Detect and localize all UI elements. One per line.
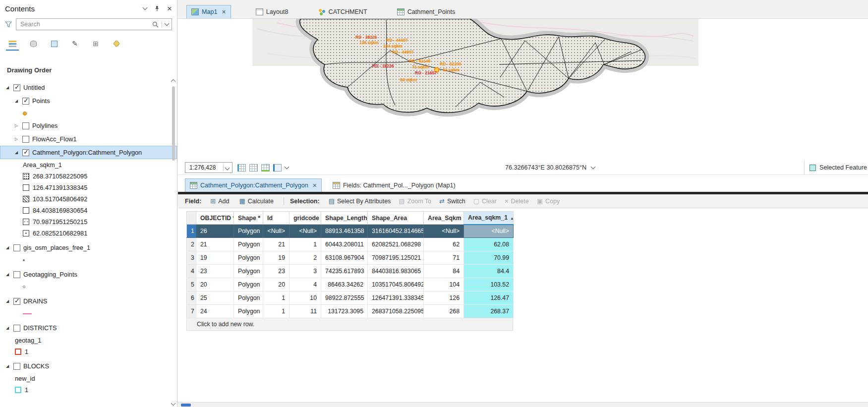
table-corner-cell[interactable] bbox=[187, 212, 196, 225]
table-row[interactable]: 7 24 Polygon 1 11 131723.3095 268371058.… bbox=[187, 305, 514, 318]
tree-row[interactable]: ◢ DRAINS bbox=[0, 294, 177, 308]
snapping-toggle-icon[interactable] bbox=[237, 164, 246, 172]
cell-area-sqkm[interactable]: 71 bbox=[424, 251, 464, 265]
row-number[interactable]: 4 bbox=[187, 265, 196, 278]
split-view-icon[interactable] bbox=[273, 164, 282, 172]
cell-shape-area[interactable]: 103517045.806492 bbox=[368, 278, 424, 291]
tree-row[interactable]: 62.0825210682981 bbox=[0, 228, 177, 239]
search-icon[interactable] bbox=[152, 21, 159, 28]
row-number[interactable]: 2 bbox=[187, 238, 196, 251]
layer-checkbox[interactable] bbox=[22, 98, 29, 105]
column-header-id[interactable]: Id bbox=[263, 212, 289, 225]
cell-gridcode[interactable]: 1 bbox=[289, 238, 321, 251]
statusbar-dropdown-icon[interactable] bbox=[285, 165, 289, 170]
cell-objectid[interactable]: 25 bbox=[196, 291, 234, 305]
cell-shape[interactable]: Polygon bbox=[234, 305, 263, 318]
close-tab-icon[interactable] bbox=[222, 8, 226, 15]
cell-shape-length[interactable]: 60443.208011 bbox=[321, 238, 368, 251]
table-row[interactable]: 2 21 Polygon 21 1 60443.208011 62082521.… bbox=[187, 238, 514, 251]
row-number[interactable]: 7 bbox=[187, 305, 196, 318]
layer-checkbox[interactable] bbox=[13, 244, 20, 251]
expand-arrow-icon[interactable]: ◢ bbox=[6, 364, 13, 368]
layer-checkbox[interactable] bbox=[13, 325, 20, 332]
cell-area-sqkm-1[interactable]: 126.47 bbox=[464, 291, 514, 305]
cell-shape[interactable]: Polygon bbox=[234, 291, 263, 305]
layer-checkbox[interactable] bbox=[13, 271, 20, 278]
row-number[interactable]: 1 bbox=[187, 225, 196, 238]
tree-row[interactable]: geotag_1 bbox=[0, 335, 177, 346]
cell-area-sqkm[interactable]: 268 bbox=[424, 305, 464, 318]
coordinates-dropdown-icon[interactable] bbox=[591, 165, 596, 170]
cell-shape-length[interactable]: 88913.461358 bbox=[321, 225, 368, 238]
tab-cathment-points[interactable]: Cathment_Points bbox=[392, 5, 461, 18]
list-by-editing-button[interactable] bbox=[68, 38, 81, 51]
cell-id[interactable]: <Null> bbox=[263, 225, 289, 238]
tree-row[interactable]: ◢ Untitled bbox=[0, 81, 177, 94]
tree-row[interactable]: Area_sqkm_1 bbox=[0, 159, 177, 171]
cell-area-sqkm[interactable]: <Null> bbox=[424, 225, 464, 238]
column-header-objectid[interactable]: OBJECTID * bbox=[196, 212, 234, 225]
scrollbar-thumb[interactable] bbox=[181, 404, 191, 407]
tab-catchment[interactable]: CATCHMENT bbox=[313, 5, 372, 18]
tree-row[interactable]: ◢ DISTRICTS bbox=[0, 321, 177, 335]
cell-id[interactable]: 23 bbox=[263, 265, 289, 278]
close-tab-icon[interactable] bbox=[313, 182, 317, 189]
select-by-attributes-button[interactable]: Select By Attributes bbox=[325, 196, 395, 206]
scroll-down-icon[interactable] bbox=[171, 401, 176, 406]
tree-row[interactable] bbox=[0, 308, 177, 319]
layer-checkbox[interactable] bbox=[13, 363, 20, 370]
cell-objectid[interactable]: 24 bbox=[196, 305, 234, 318]
cell-area-sqkm-1[interactable]: 268.37 bbox=[464, 305, 514, 318]
tree-row[interactable]: 126.471391338345 bbox=[0, 182, 177, 193]
cell-shape[interactable]: Polygon bbox=[234, 265, 263, 278]
cell-objectid[interactable]: 26 bbox=[196, 225, 234, 238]
switch-selection-button[interactable]: Switch bbox=[435, 196, 469, 206]
scale-dropdown-icon[interactable] bbox=[225, 165, 230, 170]
cell-area-sqkm-1[interactable]: 103.52 bbox=[464, 278, 514, 291]
auto-refresh-icon[interactable] bbox=[261, 164, 270, 172]
tree-row[interactable]: 84.4038169830654 bbox=[0, 205, 177, 216]
tree-row[interactable]: 70.9871951250215 bbox=[0, 216, 177, 228]
cell-gridcode[interactable]: 11 bbox=[289, 305, 321, 318]
zoom-to-button[interactable]: Zoom To bbox=[395, 196, 435, 206]
expand-arrow-icon[interactable]: ◢ bbox=[15, 99, 22, 103]
tree-row[interactable]: 1 bbox=[0, 384, 177, 396]
tree-row[interactable] bbox=[0, 254, 177, 266]
cell-shape-length[interactable]: 86463.34262 bbox=[321, 278, 368, 291]
tree-row[interactable] bbox=[0, 281, 177, 292]
tree-row[interactable]: ◢ gis_osm_places_free_1 bbox=[0, 241, 177, 254]
row-number[interactable]: 5 bbox=[187, 278, 196, 291]
cell-id[interactable]: 1 bbox=[263, 291, 289, 305]
scroll-up-icon[interactable] bbox=[171, 79, 176, 84]
scale-combobox[interactable] bbox=[185, 162, 232, 173]
row-number[interactable]: 3 bbox=[187, 251, 196, 265]
expand-arrow-icon[interactable]: ▷ bbox=[15, 137, 22, 141]
cell-shape-length[interactable]: 98922.872555 bbox=[321, 291, 368, 305]
list-by-selection-button[interactable] bbox=[48, 38, 60, 51]
cell-shape-area[interactable]: 70987195.125021 bbox=[368, 251, 424, 265]
cell-shape-area[interactable]: 84403816.983065 bbox=[368, 265, 424, 278]
cell-gridcode[interactable]: 4 bbox=[289, 278, 321, 291]
cell-area-sqkm-1[interactable]: 84.4 bbox=[464, 265, 514, 278]
calculate-field-button[interactable]: Calculate bbox=[235, 196, 278, 206]
copy-button[interactable]: Copy bbox=[533, 196, 564, 206]
cell-shape-area[interactable]: 316160452.814665 bbox=[368, 225, 424, 238]
tree-row[interactable]: ▷ FlowAcc_Flow1 bbox=[0, 132, 177, 146]
table-row[interactable]: 6 25 Polygon 1 10 98922.872555 126471391… bbox=[187, 291, 514, 305]
cell-shape[interactable]: Polygon bbox=[234, 278, 263, 291]
cell-objectid[interactable]: 21 bbox=[196, 238, 234, 251]
cell-gridcode[interactable]: 3 bbox=[289, 265, 321, 278]
table-row[interactable]: 5 20 Polygon 20 4 86463.34262 103517045.… bbox=[187, 278, 514, 291]
tab-layout8[interactable]: Layout8 bbox=[251, 5, 293, 18]
expand-arrow-icon[interactable]: ◢ bbox=[6, 326, 13, 330]
table-row[interactable]: 1 26 Polygon <Null> <Null> 88913.461358 … bbox=[187, 225, 514, 238]
column-header-gridcode[interactable]: gridcode bbox=[289, 212, 321, 225]
cell-gridcode[interactable]: <Null> bbox=[289, 225, 321, 238]
tree-row[interactable]: new_id bbox=[0, 373, 177, 384]
cell-area-sqkm[interactable]: 84 bbox=[424, 265, 464, 278]
cell-area-sqkm[interactable]: 126 bbox=[424, 291, 464, 305]
list-by-drawing-order-button[interactable] bbox=[6, 38, 19, 51]
tree-row[interactable]: ◢ Points bbox=[0, 94, 177, 108]
expand-arrow-icon[interactable]: ◢ bbox=[6, 299, 13, 303]
search-dropdown-icon[interactable] bbox=[165, 21, 170, 26]
